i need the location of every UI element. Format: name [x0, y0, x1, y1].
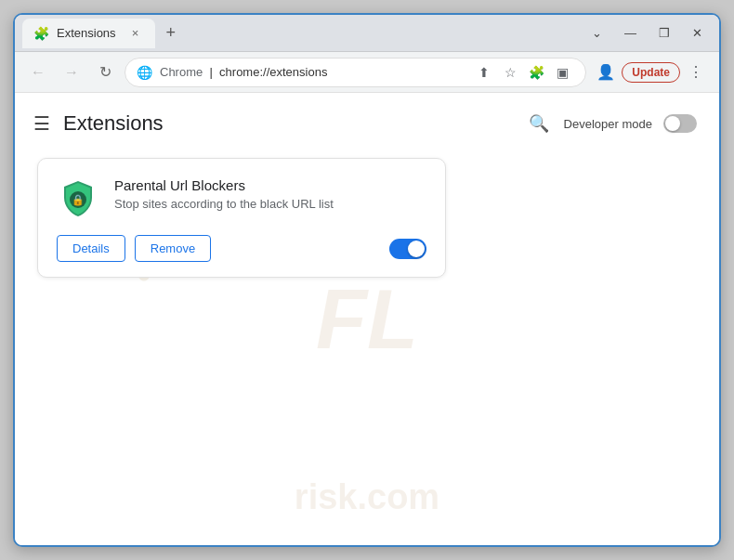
- update-button[interactable]: Update: [622, 62, 680, 83]
- ext-buttons: Details Remove: [57, 235, 211, 262]
- watermark-text: FL: [316, 278, 418, 361]
- address-text: Chrome | chrome://extensions: [160, 65, 465, 79]
- extension-card: 🔒 Parental Url Blockers Stop sites accor…: [37, 158, 446, 278]
- domain-label: Chrome: [160, 65, 203, 79]
- toolbar-right: 👤 Update ⋮: [592, 59, 710, 86]
- ext-title-area: ☰ Extensions: [33, 111, 164, 136]
- ext-card-top: 🔒 Parental Url Blockers Stop sites accor…: [57, 177, 426, 220]
- details-button[interactable]: Details: [57, 235, 125, 262]
- new-tab-button[interactable]: +: [161, 21, 182, 45]
- media-icon[interactable]: ▣: [550, 60, 574, 85]
- url-text: chrome://extensions: [219, 65, 327, 79]
- close-button[interactable]: ✕: [683, 22, 712, 44]
- extensions-header: ☰ Extensions 🔍 Developer mode: [15, 93, 719, 149]
- extension-name: Parental Url Blockers: [114, 177, 426, 193]
- forward-button[interactable]: →: [58, 59, 85, 86]
- tab-area: 🧩 Extensions × +: [22, 19, 577, 48]
- content-area: FL risk.com ☰ Extensions 🔍 Developer mod…: [15, 93, 719, 545]
- page-title: Extensions: [63, 111, 164, 136]
- hamburger-menu-icon[interactable]: ☰: [33, 112, 50, 135]
- extension-list: 🔒 Parental Url Blockers Stop sites accor…: [15, 149, 719, 287]
- nav-bar: ← → ↻ 🌐 Chrome | chrome://extensions ⬆ ☆…: [15, 52, 719, 93]
- title-bar: 🧩 Extensions × + ⌄ — ❒ ✕: [15, 15, 719, 52]
- window-controls: ⌄ — ❒ ✕: [583, 22, 712, 44]
- developer-mode-toggle[interactable]: [663, 114, 697, 133]
- tab-close-button[interactable]: ×: [127, 25, 144, 42]
- developer-mode-label: Developer mode: [564, 117, 652, 131]
- remove-button[interactable]: Remove: [135, 235, 211, 262]
- address-actions: ⬆ ☆ 🧩 ▣: [472, 60, 574, 85]
- maximize-button[interactable]: ❒: [649, 22, 679, 44]
- active-tab[interactable]: 🧩 Extensions ×: [22, 19, 155, 48]
- share-icon[interactable]: ⬆: [472, 60, 496, 85]
- tab-label: Extensions: [57, 26, 116, 40]
- extension-description: Stop sites according to the black URL li…: [114, 197, 426, 211]
- watermark-bottom: risk.com: [295, 477, 439, 517]
- bookmark-icon[interactable]: ☆: [498, 60, 522, 85]
- ext-info: Parental Url Blockers Stop sites accordi…: [114, 177, 426, 211]
- reload-button[interactable]: ↻: [91, 59, 119, 86]
- profile-icon[interactable]: 👤: [592, 59, 620, 86]
- ext-card-bottom: Details Remove: [57, 235, 426, 262]
- svg-text:🔒: 🔒: [72, 193, 85, 206]
- menu-icon[interactable]: ⋮: [682, 59, 710, 86]
- extension-logo: 🔒: [57, 177, 99, 220]
- minimize-button[interactable]: —: [615, 22, 646, 44]
- browser-window: 🧩 Extensions × + ⌄ — ❒ ✕ ← → ↻ 🌐 Chrome …: [13, 13, 721, 547]
- back-button[interactable]: ←: [24, 59, 52, 86]
- search-icon[interactable]: 🔍: [525, 110, 553, 137]
- extension-enable-toggle[interactable]: [389, 239, 426, 259]
- site-icon: 🌐: [137, 65, 152, 80]
- chevron-down-button[interactable]: ⌄: [583, 22, 611, 44]
- address-bar[interactable]: 🌐 Chrome | chrome://extensions ⬆ ☆ 🧩 ▣: [125, 58, 586, 87]
- extensions-icon[interactable]: 🧩: [524, 60, 548, 85]
- tab-favicon: 🧩: [33, 26, 49, 41]
- ext-header-right: 🔍 Developer mode: [525, 110, 697, 137]
